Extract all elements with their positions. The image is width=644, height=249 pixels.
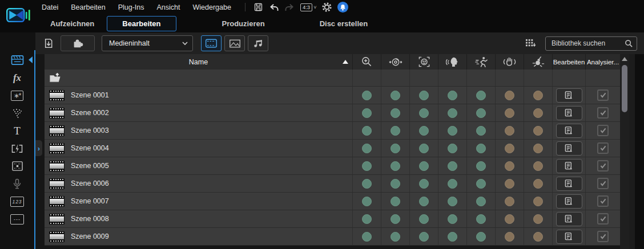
redo-icon[interactable]: [284, 3, 295, 11]
pan-status-dot: [391, 197, 400, 206]
edit-scene-button[interactable]: [556, 124, 582, 138]
pan-status-dot: [391, 232, 400, 242]
edit-scene-button[interactable]: [556, 88, 582, 103]
plugins-puzzle-button[interactable]: [61, 35, 95, 51]
lighting-status-dot: [533, 144, 543, 153]
analyzed-checkbox[interactable]: [597, 231, 609, 242]
analyzed-checkbox[interactable]: [597, 178, 609, 189]
view-toggle-video[interactable]: [201, 35, 222, 51]
shake-status-dot: [505, 126, 514, 136]
sidebar-item-effects[interactable]: fx: [0, 69, 34, 87]
edit-scene-button[interactable]: [556, 141, 582, 156]
tab-aufzeichnen[interactable]: Aufzeichnen: [38, 17, 107, 31]
speech-status-dot: [448, 197, 457, 206]
media-filter-dropdown[interactable]: Medieninhalt: [102, 35, 193, 51]
scene-row[interactable]: Szene 0001: [45, 87, 620, 104]
analyzed-checkbox[interactable]: [597, 107, 609, 119]
scene-row[interactable]: Szene 0008: [45, 210, 620, 228]
sidebar-item-transitions[interactable]: [0, 140, 34, 157]
sidebar-item-pip-objects[interactable]: ∗*: [0, 87, 34, 104]
column-header-analyzed[interactable]: Analysier...: [586, 54, 620, 70]
view-toggle-photo[interactable]: [224, 35, 245, 51]
expand-panel-chevron[interactable]: ›: [35, 140, 42, 156]
library-menu-grid-icon[interactable]: [525, 38, 536, 48]
column-header-pan[interactable]: [381, 54, 410, 70]
scene-row[interactable]: Szene 0004: [45, 140, 620, 157]
sort-ascending-icon: [343, 60, 348, 64]
sidebar-item-media[interactable]: [0, 51, 34, 69]
menu-ansicht[interactable]: Ansicht: [151, 3, 187, 11]
window-edge: [629, 54, 644, 249]
edit-scene-button[interactable]: [556, 230, 582, 244]
scene-name: Szene 0003: [71, 126, 109, 134]
check-icon: [600, 181, 606, 186]
pan-status-dot: [391, 161, 400, 171]
video-thumbnail-icon: [49, 214, 65, 224]
table-header-row: Name: [45, 54, 620, 70]
column-header-zoom[interactable]: [353, 54, 381, 70]
sidebar-item-particles[interactable]: [0, 104, 34, 122]
scene-table: Name: [45, 54, 629, 249]
column-header-motion[interactable]: [467, 54, 496, 70]
scene-row[interactable]: Szene 0009: [45, 228, 620, 246]
aspect-ratio-selector[interactable]: 4:3 ˅: [300, 3, 316, 11]
edit-scene-button[interactable]: [556, 177, 582, 191]
scene-name: Szene 0005: [71, 162, 109, 170]
shake-status-dot: [505, 232, 514, 242]
notifications-bell-icon[interactable]: [337, 2, 348, 13]
edit-scene-button[interactable]: [556, 212, 582, 226]
analyzed-checkbox[interactable]: [597, 142, 609, 154]
view-toggle-music[interactable]: [248, 35, 268, 51]
column-header-face[interactable]: [410, 54, 438, 70]
analyzed-checkbox[interactable]: [597, 213, 609, 224]
column-header-name[interactable]: Name: [45, 54, 353, 70]
column-header-speech[interactable]: [438, 54, 467, 70]
column-header-lighting[interactable]: [524, 54, 553, 70]
edit-scene-button[interactable]: [556, 194, 582, 209]
menu-bearbeiten[interactable]: Bearbeiten: [65, 3, 111, 11]
undo-icon[interactable]: [268, 3, 279, 11]
parent-folder-row[interactable]: [45, 70, 620, 87]
sidebar-item-titles[interactable]: T: [0, 122, 34, 140]
scroll-up-button[interactable]: [620, 54, 629, 63]
search-input[interactable]: [550, 39, 625, 48]
menu-wiedergabe[interactable]: Wiedergabe: [187, 3, 238, 11]
zoom-status-dot: [362, 214, 372, 224]
settings-gear-icon[interactable]: [321, 2, 332, 13]
sidebar-item-voice-over[interactable]: [0, 175, 34, 193]
scene-row[interactable]: Szene 0005: [45, 157, 620, 175]
save-icon[interactable]: [253, 2, 263, 12]
vertical-scrollbar[interactable]: [620, 54, 629, 249]
sidebar-item-audio-mixing[interactable]: [0, 157, 34, 175]
tab-disc-erstellen[interactable]: Disc erstellen: [307, 17, 381, 31]
analyzed-checkbox[interactable]: [597, 89, 609, 101]
lighting-status-dot: [533, 214, 543, 224]
menu-plugins[interactable]: Plug-Ins: [112, 3, 151, 11]
pan-status-dot: [391, 144, 400, 153]
scene-row[interactable]: Szene 0007: [45, 193, 620, 210]
pan-status-dot: [391, 179, 400, 189]
edit-scene-button[interactable]: [556, 159, 582, 173]
analyzed-checkbox[interactable]: [597, 125, 609, 136]
analyzed-checkbox[interactable]: [597, 160, 609, 172]
sidebar-item-subtitles[interactable]: ---: [0, 210, 34, 228]
column-header-shake[interactable]: [496, 54, 524, 70]
shake-status-dot: [505, 214, 514, 224]
import-media-icon[interactable]: [43, 37, 56, 50]
column-header-edit[interactable]: Bearbeiten: [553, 54, 586, 70]
edit-notepad-icon: [564, 232, 574, 241]
scene-row[interactable]: Szene 0003: [45, 122, 620, 140]
tab-produzieren[interactable]: Produzieren: [210, 17, 277, 31]
analyzed-checkbox[interactable]: [597, 195, 609, 207]
tab-bearbeiten[interactable]: Bearbeiten: [107, 16, 176, 31]
zoom-status-dot: [362, 108, 372, 118]
speech-status-dot: [448, 214, 457, 224]
sidebar-item-chapters[interactable]: 123: [0, 193, 34, 210]
scene-row[interactable]: Szene 0002: [45, 104, 620, 122]
speech-status-dot: [448, 144, 457, 153]
check-icon: [600, 163, 606, 169]
scene-row[interactable]: Szene 0006: [45, 175, 620, 193]
scrollbar-thumb[interactable]: [622, 65, 627, 112]
edit-scene-button[interactable]: [556, 106, 582, 120]
menu-datei[interactable]: Datei: [35, 3, 65, 11]
